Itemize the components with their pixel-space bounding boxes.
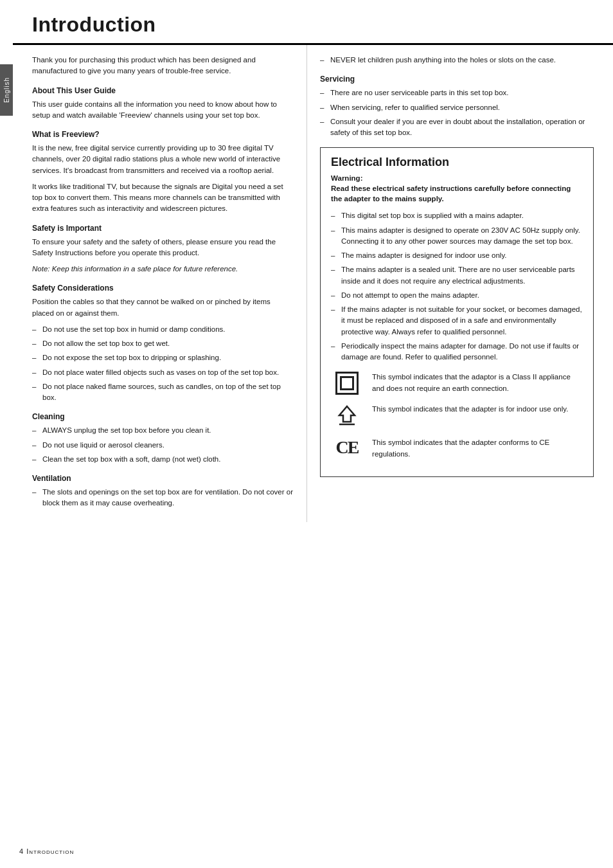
indoor-icon (331, 404, 363, 428)
symbol-row-ce: CE This symbol indicates that the adapte… (331, 437, 583, 460)
ce-mark: CE (336, 437, 359, 458)
page: English Introduction Thank you for purch… (0, 0, 613, 868)
page-title: Introduction (32, 13, 594, 37)
sidebar-tab: English (0, 64, 13, 116)
list-item: Clean the set top box with a soft, damp … (32, 454, 294, 465)
list-item: Do not use the set top box in humid or d… (32, 324, 294, 335)
section-safety-considerations: Safety Considerations Position the cable… (32, 284, 294, 403)
intro-paragraph: Thank you for purchasing this product wh… (32, 55, 294, 77)
class2-text: This symbol indicates that the adaptor i… (372, 372, 583, 394)
list-item: Do not place water filled objects such a… (32, 367, 294, 378)
page-header: Introduction (13, 0, 613, 45)
warning-text: Read these electrical safety instruction… (331, 183, 583, 204)
list-item: There are no user serviceable parts in t… (320, 87, 594, 98)
list-item: The mains adapter is designed for indoor… (331, 250, 583, 261)
svg-marker-0 (339, 406, 355, 422)
class2-outer-square (335, 372, 359, 395)
list-item: Periodically inspect the mains adapter f… (331, 341, 583, 363)
heading-safety-considerations: Safety Considerations (32, 284, 294, 293)
heading-ventilation: Ventilation (32, 474, 294, 483)
para-about: This user guide contains all the informa… (32, 99, 294, 122)
servicing-list: There are no user serviceable parts in t… (320, 87, 594, 138)
electrical-bullets: This digital set top box is supplied wit… (331, 210, 583, 363)
section-freeview: What is Freeview? It is the new, free di… (32, 130, 294, 215)
section-safety-important: Safety is Important To ensure your safet… (32, 224, 294, 275)
main-content: Thank you for purchasing this product wh… (13, 45, 613, 522)
section-servicing: Servicing There are no user serviceable … (320, 75, 594, 138)
para-safety-considerations: Position the cables so that they cannot … (32, 296, 294, 319)
heading-freeview: What is Freeview? (32, 130, 294, 139)
indoor-text: This symbol indicates that the adapter i… (372, 404, 583, 415)
para-freeview-1: It is the new, free digital service curr… (32, 143, 294, 176)
list-item: Consult your dealer if you are ever in d… (320, 116, 594, 139)
list-item: ALWAYS unplug the set top box before you… (32, 425, 294, 436)
heading-cleaning: Cleaning (32, 412, 294, 421)
list-item: NEVER let children push anything into th… (320, 55, 594, 66)
heading-servicing: Servicing (320, 75, 594, 84)
heading-safety-important: Safety is Important (32, 224, 294, 233)
ventilation-list: The slots and openings on the set top bo… (32, 487, 294, 509)
list-item: When servicing, refer to qualified servi… (320, 102, 594, 113)
footer-text: 4 Introduction (19, 847, 74, 855)
list-item: Do not expose the set top box to drippin… (32, 352, 294, 363)
sidebar-label: English (3, 77, 10, 103)
section-cleaning: Cleaning ALWAYS unplug the set top box b… (32, 412, 294, 465)
cleaning-list: ALWAYS unplug the set top box before you… (32, 425, 294, 465)
section-ventilation: Ventilation The slots and openings on th… (32, 474, 294, 509)
list-item: If the mains adapter is not suitable for… (331, 304, 583, 338)
list-item: Do not use liquid or aerosol cleaners. (32, 440, 294, 451)
class2-inner-square (340, 376, 354, 390)
heading-about: About This User Guide (32, 86, 294, 95)
list-item: Do not attempt to open the mains adapter… (331, 290, 583, 301)
safety-considerations-list: Do not use the set top box in humid or d… (32, 324, 294, 404)
class2-icon (331, 372, 363, 395)
list-item: This mains adapter is designed to operat… (331, 225, 583, 248)
list-item: Do not allow the set top box to get wet. (32, 338, 294, 349)
left-column: Thank you for purchasing this product wh… (26, 45, 306, 522)
list-item: The slots and openings on the set top bo… (32, 487, 294, 509)
section-about: About This User Guide This user guide co… (32, 86, 294, 122)
electrical-information-box: Electrical Information Warning: Read the… (320, 147, 594, 477)
list-item: The mains adapter is a sealed unit. Ther… (331, 264, 583, 287)
symbol-row-class2: This symbol indicates that the adaptor i… (331, 372, 583, 395)
page-footer: 4 Introduction (19, 847, 74, 855)
ce-text: This symbol indicates that the adapter c… (372, 437, 583, 460)
ce-icon: CE (331, 437, 363, 458)
electrical-heading: Electrical Information (331, 156, 583, 169)
right-column: NEVER let children push anything into th… (306, 45, 600, 522)
para-safety-note: Note: Keep this information in a safe pl… (32, 264, 294, 275)
list-item: Do not place naked flame sources, such a… (32, 381, 294, 404)
para-freeview-2: It works like traditional TV, but becaus… (32, 181, 294, 215)
indoor-svg (333, 404, 361, 428)
list-item: This digital set top box is supplied wit… (331, 210, 583, 221)
top-bullets: NEVER let children push anything into th… (320, 55, 594, 66)
symbol-row-indoor: This symbol indicates that the adapter i… (331, 404, 583, 428)
para-safety-important: To ensure your safety and the safety of … (32, 237, 294, 259)
warning-label: Warning: (331, 174, 583, 182)
